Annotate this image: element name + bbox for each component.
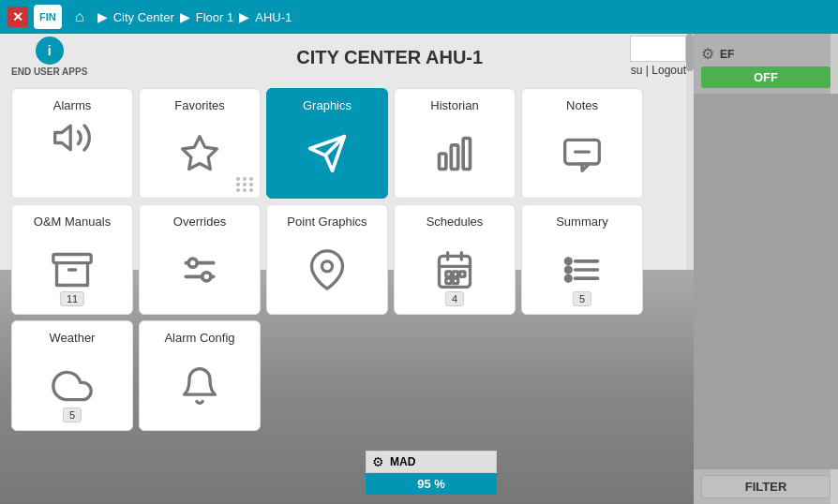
svg-rect-27 — [453, 278, 458, 284]
svg-point-17 — [202, 272, 211, 280]
speaker-icon — [52, 117, 93, 158]
sliders-icon — [179, 236, 220, 303]
svg-rect-9 — [463, 138, 470, 169]
tile-favorites-label: Favorites — [174, 98, 224, 112]
star-icon — [179, 120, 220, 186]
svg-point-15 — [188, 259, 197, 267]
tile-alarm-config[interactable]: Alarm Config — [139, 320, 261, 431]
tile-point-graphics-label: Point Graphics — [287, 215, 367, 229]
tile-alarm-config-label: Alarm Config — [164, 331, 234, 345]
info-icon[interactable]: i — [36, 37, 64, 65]
tile-point-graphics[interactable]: Point Graphics — [266, 204, 388, 315]
user-info: su | Logout — [631, 64, 686, 77]
svg-rect-7 — [440, 154, 446, 170]
tile-schedules[interactable]: Schedules 4 — [394, 204, 516, 315]
tile-overrides-label: Overrides — [173, 215, 226, 229]
svg-rect-24 — [453, 271, 458, 276]
svg-point-18 — [322, 260, 333, 271]
svg-marker-4 — [183, 136, 217, 169]
svg-rect-25 — [460, 271, 466, 276]
graphics-icon — [307, 120, 348, 186]
svg-rect-12 — [53, 254, 91, 262]
ef-name: EF — [720, 48, 734, 61]
tile-historian[interactable]: Historian — [394, 88, 516, 199]
svg-rect-23 — [446, 271, 452, 276]
bars-icon — [434, 120, 475, 186]
dots-pattern — [236, 177, 254, 192]
tile-om-manuals[interactable]: O&M Manuals 11 — [11, 204, 133, 315]
tile-graphics[interactable]: Graphics — [266, 88, 388, 199]
top-navigation-bar: ✕ FIN ⌂ ▶ City Center ▶ Floor 1 ▶ AHU-1 — [0, 0, 838, 34]
om-manuals-badge: 11 — [60, 291, 84, 306]
tile-weather[interactable]: Weather 5 — [11, 320, 133, 431]
home-button[interactable]: ⌂ — [67, 5, 92, 29]
mad-gear-icon: ⚙ — [372, 454, 384, 469]
filter-button[interactable]: FILTER — [701, 475, 831, 498]
ef-gear-icon: ⚙ — [701, 45, 714, 63]
tile-alarms-label: Alarms — [53, 98, 91, 112]
summary-badge: 5 — [573, 291, 591, 306]
tile-om-label: O&M Manuals — [34, 215, 111, 229]
tile-overrides[interactable]: Overrides — [139, 204, 261, 315]
svg-point-32 — [566, 267, 572, 273]
tile-graphics-label: Graphics — [303, 98, 352, 112]
ef-widget: ⚙ EF OFF — [694, 34, 838, 94]
ef-off-button[interactable]: OFF — [701, 67, 831, 88]
mad-header: ⚙ MAD — [366, 451, 497, 473]
mad-widget: ⚙ MAD 95 % — [366, 451, 497, 495]
svg-point-31 — [566, 259, 572, 264]
mad-label: MAD — [390, 455, 415, 468]
filter-widget: FILTER — [694, 469, 838, 504]
breadcrumb-sep-1: ▶ — [97, 9, 108, 24]
close-button[interactable]: ✕ — [7, 7, 28, 27]
scrollbar-thumb[interactable] — [686, 34, 694, 71]
breadcrumb-ahu-1[interactable]: AHU-1 — [255, 10, 292, 24]
tile-summary[interactable]: Summary 5 — [521, 204, 643, 315]
breadcrumb-sep-3: ▶ — [239, 9, 249, 24]
svg-marker-3 — [55, 126, 70, 150]
tile-alarms[interactable]: Alarms — [11, 88, 133, 199]
pin-icon — [307, 236, 348, 303]
logout-link[interactable]: Logout — [651, 64, 686, 77]
tile-favorites[interactable]: Favorites — [139, 88, 261, 199]
weather-badge: 5 — [63, 408, 82, 422]
breadcrumb-floor-1[interactable]: Floor 1 — [196, 10, 233, 24]
avatar — [630, 36, 686, 62]
right-bg-area — [694, 94, 838, 469]
bell-icon — [179, 352, 220, 419]
ef-widget-header: ⚙ EF — [701, 45, 831, 63]
svg-rect-8 — [451, 144, 457, 169]
tile-historian-label: Historian — [430, 98, 478, 112]
info-block: i END USER APPS — [11, 37, 87, 78]
tile-weather-label: Weather — [50, 331, 96, 345]
tile-schedules-label: Schedules — [426, 215, 484, 229]
username: su — [631, 64, 643, 77]
tile-summary-label: Summary — [556, 215, 608, 229]
right-panel: ⚙ EF OFF FILTER — [694, 34, 838, 504]
apps-grid: Alarms — [0, 81, 694, 438]
fin-logo: FIN — [34, 5, 62, 29]
comment-icon — [561, 120, 603, 186]
breadcrumb-sep-2: ▶ — [180, 9, 190, 24]
end-user-label: END USER APPS — [11, 67, 87, 78]
panel-header: i END USER APPS CITY CENTER AHU-1 — [0, 34, 694, 81]
svg-point-33 — [566, 275, 572, 281]
svg-rect-26 — [446, 278, 452, 284]
tile-notes[interactable]: Notes — [521, 88, 643, 199]
main-area: i END USER APPS CITY CENTER AHU-1 su | L… — [0, 34, 838, 504]
schedules-badge: 4 — [445, 291, 464, 306]
page-title: CITY CENTER AHU-1 — [97, 47, 682, 68]
mad-value: 95 % — [366, 473, 497, 495]
breadcrumb-city-center[interactable]: City Center — [113, 10, 174, 24]
left-panel: i END USER APPS CITY CENTER AHU-1 su | L… — [0, 34, 694, 504]
tile-notes-label: Notes — [566, 98, 598, 112]
